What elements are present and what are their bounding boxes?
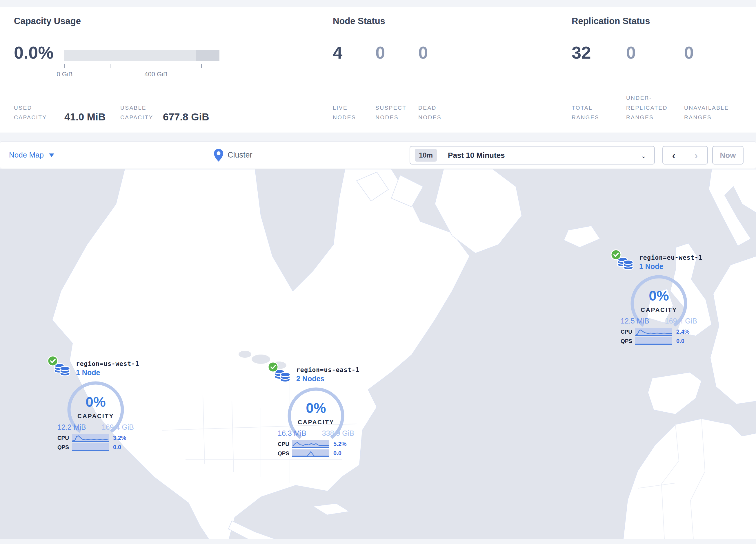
usable-capacity-label: USABLE CAPACITY	[120, 103, 170, 122]
healthy-check-icon	[47, 355, 59, 367]
cpu-label: CPU	[618, 329, 635, 335]
used-capacity: 16.3 MiB	[278, 429, 306, 438]
cluster-summary-panel: Capacity Usage 0.0% 0 GiB 400 GiB USED C…	[0, 7, 756, 133]
total-ranges-label: TOTAL RANGES	[572, 103, 614, 122]
unavailable-ranges-label: UNAVAILABLE RANGES	[684, 103, 742, 122]
qps-value: 0.0	[672, 338, 684, 345]
cpu-sparkline	[635, 328, 672, 336]
cpu-label: CPU	[55, 435, 72, 441]
cpu-sparkline	[72, 434, 109, 442]
suspect-nodes-label: SUSPECT NODES	[375, 103, 415, 122]
capacity-word: CAPACITY	[49, 413, 142, 420]
capacity-word: CAPACITY	[613, 307, 705, 313]
capacity-axis-label-0: 0 GiB	[41, 70, 88, 78]
cpu-sparkline	[292, 440, 329, 448]
node-marker-us-east-1[interactable]: region=us-east-1 2 Nodes 0% CAPACITY 16.…	[270, 364, 362, 459]
node-status-title: Node Status	[333, 16, 385, 26]
dead-nodes-count: 0	[418, 43, 428, 63]
qps-value: 0.0	[109, 444, 121, 451]
qps-value: 0.0	[329, 450, 341, 457]
capacity-usage-bar-reserved	[196, 50, 219, 61]
replication-status-title: Replication Status	[572, 16, 650, 26]
map-toolbar: Node Map Cluster 10m Past 10 Minutes ⌄ ‹…	[0, 141, 756, 169]
capacity-word: CAPACITY	[270, 419, 362, 426]
view-selector-dropdown[interactable]: Node Map	[9, 141, 54, 168]
qps-sparkline	[292, 449, 329, 457]
used-capacity-value: 41.0 MiB	[64, 111, 106, 123]
under-replicated-ranges-label: UNDER-REPLICATED RANGES	[626, 93, 677, 122]
node-count-link[interactable]: 1 Node	[76, 369, 139, 377]
qps-sparkline	[72, 443, 109, 451]
unavailable-ranges-count: 0	[684, 43, 694, 63]
region-label: region=us-east-1	[296, 367, 359, 374]
chevron-down-icon: ⌄	[640, 153, 647, 159]
time-range-dropdown[interactable]: 10m Past 10 Minutes ⌄	[410, 146, 655, 164]
breadcrumb-label: Cluster	[228, 150, 252, 159]
node-marker-eu-west-1[interactable]: region=eu-west-1 1 Node 0% CAPACITY 12.5…	[613, 251, 705, 347]
live-nodes-label: LIVE NODES	[333, 103, 369, 122]
region-label: region=eu-west-1	[639, 254, 702, 261]
time-step-forward-button[interactable]: ›	[685, 146, 708, 164]
healthy-check-icon	[610, 249, 622, 260]
region-label: region=us-west-1	[76, 360, 139, 367]
time-range-badge: 10m	[415, 149, 437, 162]
capacity-usage-bar	[64, 50, 219, 61]
capacity-percent: 0%	[613, 288, 705, 304]
cpu-value: 2.4%	[672, 329, 690, 335]
capacity-usage-title: Capacity Usage	[14, 16, 81, 26]
chevron-down-icon	[49, 153, 54, 157]
time-step-buttons: ‹ ›	[662, 146, 708, 164]
time-step-back-button[interactable]: ‹	[663, 146, 685, 164]
node-count-link[interactable]: 1 Node	[639, 262, 702, 271]
capacity-percent: 0%	[270, 400, 362, 416]
total-ranges-count: 32	[572, 43, 591, 63]
suspect-nodes-count: 0	[375, 43, 385, 63]
used-capacity: 12.2 MiB	[57, 423, 86, 431]
capacity-percent: 0%	[49, 394, 142, 410]
cpu-label: CPU	[275, 441, 292, 447]
used-capacity: 12.5 MiB	[621, 317, 649, 325]
capacity-axis-tick	[110, 64, 110, 68]
qps-label: QPS	[275, 450, 292, 457]
qps-label: QPS	[55, 444, 72, 451]
usable-capacity: 169.4 GiB	[665, 317, 697, 325]
capacity-axis-tick	[201, 64, 202, 68]
usable-capacity: 338.9 GiB	[322, 429, 354, 438]
capacity-usage-percent: 0.0%	[14, 43, 54, 63]
breadcrumb[interactable]: Cluster	[214, 141, 252, 168]
dead-nodes-label: DEAD NODES	[418, 103, 455, 122]
now-button[interactable]: Now	[712, 146, 744, 164]
healthy-check-icon	[267, 361, 279, 373]
node-marker-us-west-1[interactable]: region=us-west-1 1 Node 0% CAPACITY 12.2…	[49, 358, 142, 453]
node-count-link[interactable]: 2 Nodes	[296, 375, 359, 383]
world-map	[0, 169, 756, 539]
cpu-value: 3.2%	[109, 435, 126, 441]
view-selector-label: Node Map	[9, 150, 44, 159]
qps-label: QPS	[618, 338, 635, 345]
node-map[interactable]	[0, 169, 756, 539]
live-nodes-count: 4	[333, 43, 342, 63]
used-capacity-label: USED CAPACITY	[14, 103, 60, 122]
capacity-axis-tick	[156, 64, 156, 68]
under-replicated-ranges-count: 0	[626, 43, 636, 63]
map-pin-icon	[214, 148, 223, 162]
usable-capacity: 169.4 GiB	[102, 423, 134, 431]
time-range-label: Past 10 Minutes	[448, 151, 505, 160]
qps-sparkline	[635, 337, 672, 345]
usable-capacity-value: 677.8 GiB	[163, 111, 209, 123]
capacity-axis-label-400: 400 GiB	[133, 70, 179, 78]
cpu-value: 5.2%	[329, 441, 347, 447]
capacity-axis-tick	[64, 64, 65, 68]
